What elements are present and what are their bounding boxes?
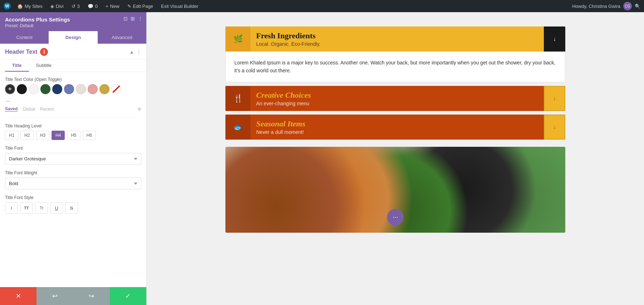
accordion-icon-seasonal: 🐟: [225, 115, 250, 140]
expand-icon[interactable]: ⊞: [131, 16, 135, 21]
tab-advanced[interactable]: Advanced: [98, 31, 146, 44]
accordion-header-seasonal: 🐟 Seasonal Items Never a dull moment! ↓: [225, 115, 565, 140]
more-icon[interactable]: ⋮: [138, 16, 143, 21]
settings-panel: Accordions Plus Settings Preset: Default…: [0, 12, 147, 305]
accordion-item-fresh: 🌿 Fresh Ingredients Local. Organic. Eco-…: [225, 26, 565, 82]
accordion-item-seasonal: 🐟 Seasonal Items Never a dull moment! ↓: [225, 115, 565, 140]
title-font-label: Title Font: [5, 146, 141, 151]
accordion-toggle-fresh[interactable]: ↓: [544, 26, 565, 52]
accordion-subtitle-creative: An ever-changing menu: [256, 101, 538, 106]
divi-icon: ◈: [50, 4, 54, 9]
main-tabs: Content Design Advanced: [0, 31, 146, 44]
heading-h3[interactable]: H3: [36, 131, 49, 140]
color-eyedrop[interactable]: 👁: [5, 84, 15, 94]
style-italic-btn[interactable]: I: [5, 202, 18, 214]
title-font-weight-select[interactable]: Bold: [5, 178, 141, 189]
accordion-toggle-seasonal[interactable]: ↓: [544, 115, 565, 140]
cancel-button[interactable]: ✕: [0, 287, 36, 305]
color-tab-saved[interactable]: Saved: [5, 106, 18, 112]
tab-design[interactable]: Design: [49, 31, 97, 44]
section-title: Header Text 1: [5, 48, 48, 56]
minimize-icon[interactable]: ⊡: [123, 16, 128, 21]
style-strikethrough-btn[interactable]: S: [65, 202, 78, 214]
accordion-title-creative: Creative Choices: [256, 91, 538, 100]
accordion-subtitle-seasonal: Never a dull moment!: [256, 129, 538, 135]
section-header: Header Text 1 ▲ ⋮: [0, 44, 146, 60]
swatch-gold[interactable]: [99, 84, 109, 94]
home-icon: 🏠: [17, 4, 23, 9]
color-settings-icon[interactable]: ⚙: [137, 107, 141, 112]
panel-header-icons: ⊡ ⊞ ⋮: [123, 16, 143, 21]
color-swatches: 👁: [5, 84, 141, 94]
heading-h6[interactable]: H6: [83, 131, 96, 140]
divider-1: [10, 117, 136, 118]
accordion-icon-creative: 🍴: [225, 86, 250, 111]
accordion-subtitle-fresh: Local. Organic. Eco-Friendly.: [256, 41, 538, 47]
title-font-style-label: Title Font Style: [5, 195, 141, 200]
style-underline-btn[interactable]: U: [50, 202, 63, 214]
heading-h4[interactable]: H4: [52, 131, 65, 140]
swatch-medium-blue[interactable]: [64, 84, 74, 94]
style-buttons: I TT Tt U S: [5, 202, 141, 214]
main-layout: Accordions Plus Settings Preset: Default…: [0, 12, 644, 305]
color-tab-global[interactable]: Global: [23, 107, 35, 112]
swatch-dark-blue[interactable]: [52, 84, 62, 94]
save-button[interactable]: ✓: [110, 287, 146, 305]
swatch-light-gray[interactable]: [76, 84, 86, 94]
sub-tab-title[interactable]: Title: [5, 60, 29, 72]
accordion-title-seasonal: Seasonal Items: [256, 119, 538, 129]
new-button[interactable]: + New: [104, 4, 121, 9]
search-icon[interactable]: 🔍: [635, 4, 640, 9]
style-capitalize-btn[interactable]: Tt: [35, 202, 48, 214]
panel-title: Accordions Plus Settings: [5, 16, 128, 23]
swatch-clear[interactable]: [111, 84, 121, 94]
title-font-select[interactable]: Darker Grotesque: [5, 153, 141, 165]
comments-count-link[interactable]: ↺ 3: [70, 4, 81, 9]
swatch-dark-green[interactable]: [40, 84, 50, 94]
edit-page-button[interactable]: ✎ Edit Page: [126, 4, 155, 9]
user-avatar[interactable]: CG: [623, 2, 632, 10]
divi-link[interactable]: ◈ Divi: [49, 4, 65, 9]
more-swatches[interactable]: ···: [6, 97, 10, 104]
undo-button[interactable]: ↩: [36, 287, 73, 305]
food-image: ···: [225, 147, 565, 233]
exit-visual-builder-button[interactable]: Exit Visual Builder: [160, 4, 200, 9]
tab-content[interactable]: Content: [0, 31, 49, 44]
heading-h2[interactable]: H2: [20, 131, 34, 140]
my-sites-link[interactable]: 🏠 My Sites: [16, 4, 44, 9]
panel-content: Title Text Color (Open Toggle) 👁 ···: [0, 72, 146, 219]
heading-h1[interactable]: H1: [5, 131, 18, 140]
section-actions: ▲ ⋮: [129, 49, 141, 55]
accordion-item-creative: 🍴 Creative Choices An ever-changing menu…: [225, 86, 565, 111]
accordion-list: 🌿 Fresh Ingredients Local. Organic. Eco-…: [225, 26, 565, 140]
plus-icon: +: [106, 4, 108, 9]
sub-tab-subtitle[interactable]: Subtitle: [29, 60, 59, 72]
accordion-title-fresh: Fresh Ingredients: [256, 31, 538, 40]
style-uppercase-btn[interactable]: TT: [20, 202, 33, 214]
floating-dots-icon: ···: [392, 213, 398, 221]
heading-h5[interactable]: H5: [67, 131, 80, 140]
redo-button[interactable]: ↪: [73, 287, 110, 305]
section-more-icon[interactable]: ⋮: [136, 49, 141, 55]
swatch-black[interactable]: [17, 84, 27, 94]
accordion-header-creative: 🍴 Creative Choices An ever-changing menu…: [225, 86, 565, 111]
notifications-link[interactable]: 💬 0: [86, 4, 99, 9]
swatch-white[interactable]: [29, 84, 39, 94]
title-font-field: Title Font Darker Grotesque: [5, 146, 141, 165]
cancel-icon: ✕: [16, 292, 21, 300]
redo-icon: ↪: [89, 292, 94, 300]
title-color-field: Title Text Color (Open Toggle) 👁 ···: [5, 77, 141, 112]
floating-action-button[interactable]: ···: [387, 209, 404, 226]
comment-icon: 💬: [88, 4, 93, 9]
user-info: Howdy, Christina Gwira CG 🔍: [572, 2, 640, 10]
swatch-pink[interactable]: [88, 84, 98, 94]
wordpress-icon[interactable]: W: [4, 3, 11, 10]
panel-header: Accordions Plus Settings Preset: Default…: [0, 12, 146, 31]
accordion-toggle-creative[interactable]: ↓: [544, 86, 565, 111]
collapse-icon[interactable]: ▲: [129, 49, 134, 55]
bottom-action-bar: ✕ ↩ ↪ ✓: [0, 287, 146, 305]
color-tab-recent[interactable]: Recent: [40, 107, 54, 112]
accordion-header-fresh: 🌿 Fresh Ingredients Local. Organic. Eco-…: [225, 26, 565, 52]
panel-preset: Preset: Default: [5, 23, 128, 28]
section-badge: 1: [40, 48, 48, 56]
